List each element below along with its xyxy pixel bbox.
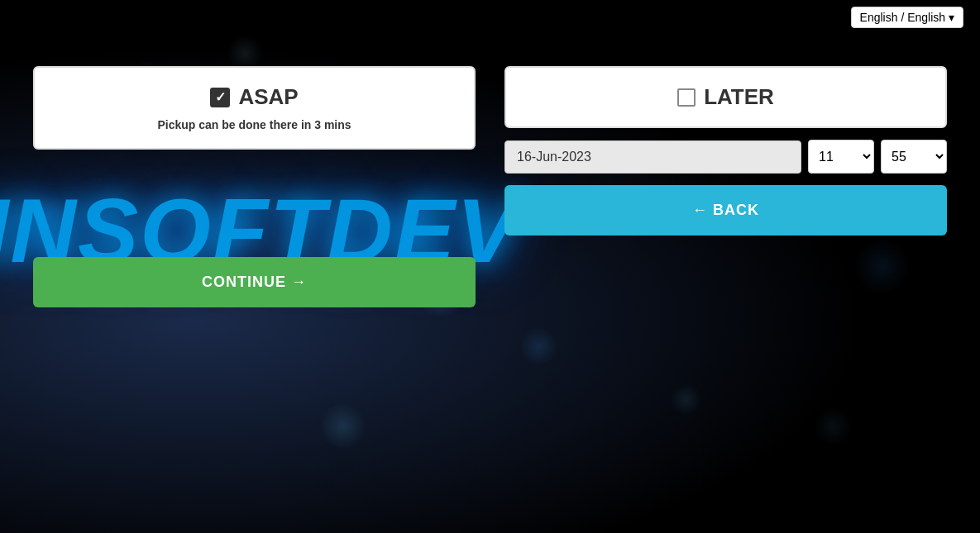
minute-select[interactable]: 55 00 05 10 15 20 25 30 35 40 45 50 (881, 140, 947, 174)
asap-subtitle: Pickup can be done there in 3 mins (157, 118, 351, 131)
back-button[interactable]: BACK (504, 185, 947, 236)
language-selector[interactable]: English / English ▾ (851, 7, 963, 28)
later-card[interactable]: LATER (504, 66, 947, 128)
back-label: BACK (692, 202, 759, 219)
hour-select[interactable]: 11 12 1 2 3 4 5 6 7 8 9 10 (808, 140, 874, 174)
asap-label: ASAP (238, 84, 298, 110)
left-panel: ✓ ASAP Pickup can be done there in 3 min… (33, 66, 476, 307)
asap-card[interactable]: ✓ ASAP Pickup can be done there in 3 min… (33, 66, 476, 150)
asap-title-row: ✓ ASAP (210, 84, 298, 110)
date-time-row: 11 12 1 2 3 4 5 6 7 8 9 10 55 00 05 10 1… (504, 140, 947, 174)
right-panel: LATER 11 12 1 2 3 4 5 6 7 8 9 10 55 00 0… (504, 66, 947, 307)
continue-button[interactable]: CONTINUE (33, 257, 476, 307)
main-content: ✓ ASAP Pickup can be done there in 3 min… (0, 66, 980, 307)
later-checkbox[interactable] (677, 88, 696, 107)
later-label: LATER (704, 84, 774, 110)
continue-label: CONTINUE (202, 274, 307, 291)
date-input[interactable] (504, 140, 801, 174)
language-label: English / English ▾ (860, 11, 954, 24)
asap-checkbox[interactable]: ✓ (210, 88, 230, 107)
